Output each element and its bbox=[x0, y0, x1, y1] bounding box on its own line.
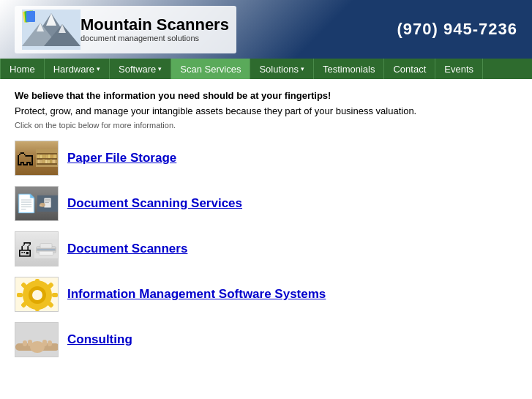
svg-rect-24 bbox=[46, 155, 48, 159]
logo-area: Mountain Scanners document management so… bbox=[15, 6, 236, 53]
svg-rect-39 bbox=[39, 251, 53, 255]
logo-text-area: Mountain Scanners document management so… bbox=[80, 16, 229, 42]
svg-rect-11 bbox=[37, 163, 57, 165]
page-header: Mountain Scanners document management so… bbox=[0, 0, 532, 59]
svg-rect-27 bbox=[53, 154, 56, 158]
svg-rect-58 bbox=[28, 340, 32, 346]
svg-rect-30 bbox=[45, 199, 50, 200]
site-tagline: document management solutions bbox=[80, 34, 229, 42]
svg-rect-26 bbox=[50, 155, 53, 159]
nav-item-solutions[interactable]: Solutions ▾ bbox=[250, 59, 313, 79]
site-name: Mountain Scanners bbox=[80, 16, 229, 34]
svg-rect-46 bbox=[35, 305, 40, 311]
main-content: We believe that the information you need… bbox=[0, 79, 532, 379]
nav-label: Scan Services bbox=[180, 64, 241, 75]
chevron-down-icon: ▾ bbox=[301, 65, 304, 72]
nav-label: Contact bbox=[393, 64, 426, 75]
paper-file-storage-link[interactable]: Paper File Storage bbox=[67, 151, 176, 165]
list-item: Consulting bbox=[15, 322, 517, 357]
chevron-down-icon: ▾ bbox=[158, 65, 162, 72]
consulting-icon bbox=[15, 322, 59, 357]
paper-file-storage-icon bbox=[15, 141, 59, 176]
svg-rect-20 bbox=[53, 160, 56, 163]
nav-item-events[interactable]: Events bbox=[435, 59, 483, 79]
svg-point-34 bbox=[40, 204, 42, 206]
svg-rect-17 bbox=[45, 160, 48, 163]
svg-rect-12 bbox=[37, 158, 57, 160]
svg-rect-14 bbox=[38, 160, 40, 163]
nav-item-testimonials[interactable]: Testimonials bbox=[314, 59, 385, 79]
svg-rect-48 bbox=[52, 293, 58, 297]
svg-rect-21 bbox=[37, 154, 40, 158]
svg-rect-18 bbox=[48, 160, 50, 164]
software-icon bbox=[15, 277, 59, 312]
click-instruction: Click on the topic below for more inform… bbox=[15, 121, 517, 130]
document-scanners-link[interactable]: Document Scanners bbox=[67, 242, 187, 256]
nav-item-scan-services[interactable]: Scan Services bbox=[171, 59, 250, 79]
nav-label: Home bbox=[10, 64, 35, 75]
nav-item-contact[interactable]: Contact bbox=[384, 59, 435, 79]
svg-rect-9 bbox=[26, 11, 35, 22]
tagline-bold: We believe that the information you need… bbox=[15, 90, 517, 101]
tagline-sub: Protect, grow, and manage your intangibl… bbox=[15, 105, 517, 116]
chevron-down-icon: ▾ bbox=[97, 65, 100, 72]
svg-rect-23 bbox=[42, 154, 45, 158]
svg-rect-47 bbox=[17, 293, 23, 297]
svg-rect-16 bbox=[42, 160, 45, 164]
svg-rect-25 bbox=[48, 154, 50, 158]
svg-rect-45 bbox=[35, 279, 40, 285]
nav-label: Solutions bbox=[259, 64, 298, 75]
svg-rect-32 bbox=[45, 202, 49, 203]
document-scanning-link[interactable]: Document Scanning Services bbox=[67, 196, 242, 211]
svg-rect-31 bbox=[45, 201, 50, 201]
service-list: Paper File Storage Document Scanning Ser… bbox=[15, 141, 517, 357]
nav-item-software[interactable]: Software ▾ bbox=[110, 59, 171, 79]
svg-rect-22 bbox=[40, 155, 42, 159]
nav-label: Hardware bbox=[53, 64, 94, 75]
software-systems-link[interactable]: Information Management Software Systems bbox=[67, 287, 326, 302]
phone-number: (970) 945-7236 bbox=[397, 20, 517, 39]
nav-label: Testimonials bbox=[323, 64, 375, 75]
nav-item-hardware[interactable]: Hardware ▾ bbox=[45, 59, 110, 79]
svg-point-44 bbox=[32, 290, 42, 300]
main-navigation: Home Hardware ▾ Software ▾ Scan Services… bbox=[0, 59, 532, 79]
svg-rect-59 bbox=[48, 340, 52, 346]
svg-rect-19 bbox=[50, 160, 53, 164]
svg-rect-15 bbox=[40, 160, 42, 164]
svg-rect-38 bbox=[40, 244, 52, 248]
list-item: Document Scanners bbox=[15, 231, 517, 266]
nav-label: Events bbox=[444, 64, 473, 75]
svg-rect-40 bbox=[37, 250, 56, 250]
document-scanning-icon bbox=[15, 186, 59, 221]
document-scanners-icon bbox=[15, 231, 59, 266]
nav-label: Software bbox=[119, 64, 156, 75]
svg-rect-60 bbox=[42, 340, 47, 346]
nav-item-home[interactable]: Home bbox=[0, 59, 45, 79]
list-item: Information Management Software Systems bbox=[15, 277, 517, 312]
svg-rect-57 bbox=[23, 340, 27, 346]
consulting-link[interactable]: Consulting bbox=[67, 332, 132, 347]
list-item: Paper File Storage bbox=[15, 141, 517, 176]
svg-rect-13 bbox=[37, 153, 57, 154]
logo-mountain-icon bbox=[22, 10, 80, 50]
list-item: Document Scanning Services bbox=[15, 186, 517, 221]
